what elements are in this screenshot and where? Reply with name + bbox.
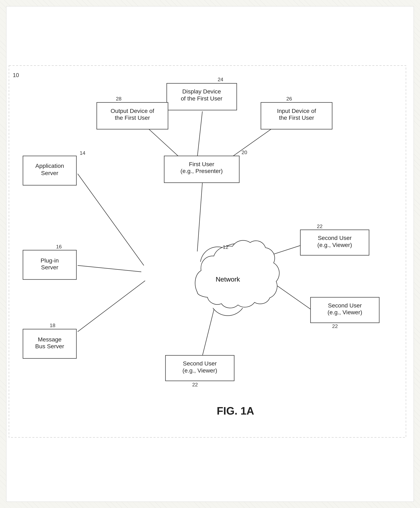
plugin-server-label-line2: Server — [41, 264, 58, 271]
svg-line-9 — [149, 129, 180, 157]
num-14: 14 — [80, 150, 85, 156]
svg-line-10 — [228, 129, 271, 160]
output-device-label-line2: the First User — [115, 114, 150, 121]
second-user-bottom-label-line1: Second User — [183, 360, 217, 367]
num-28: 28 — [116, 96, 122, 102]
num-12: 12 — [223, 244, 228, 250]
display-device-label-line2: of the First User — [181, 95, 222, 102]
figure-label: FIG. 1A — [217, 405, 254, 417]
app-server-label-line2: Server — [41, 170, 58, 176]
second-user-right1-label-line1: Second User — [318, 234, 351, 241]
message-bus-label-line2: Bus Server — [35, 343, 64, 350]
output-device-label-line1: Output Device of — [110, 107, 154, 114]
num-22a: 22 — [317, 224, 323, 229]
plugin-server-label-line1: Plug-in — [41, 257, 59, 264]
svg-line-4 — [197, 183, 203, 252]
input-device-label-line2: the First User — [279, 114, 314, 121]
num-22b: 22 — [332, 323, 338, 329]
input-device-label-line1: Input Device of — [277, 107, 316, 114]
svg-line-8 — [197, 112, 203, 157]
network-cloud: Network Network — [188, 240, 279, 315]
diagram-container: 10 — [6, 6, 414, 502]
num-20: 20 — [242, 149, 247, 155]
num-16: 16 — [56, 244, 62, 249]
second-user-right2-label-line1: Second User — [328, 302, 362, 309]
first-user-label-line2: (e.g., Presenter) — [181, 168, 223, 174]
message-bus-label-line1: Message — [38, 336, 62, 343]
app-server-label-line1: Application — [35, 162, 64, 169]
num-24: 24 — [217, 77, 223, 82]
display-device-label-line1: Display Device — [182, 88, 221, 95]
second-user-right2-label-line2: (e.g., Viewer) — [327, 309, 362, 315]
first-user-label-line1: First User — [189, 161, 214, 167]
num-26: 26 — [286, 96, 292, 102]
second-user-bottom-label-line2: (e.g., Viewer) — [183, 367, 217, 374]
network-label: Network — [216, 276, 240, 283]
svg-line-1 — [78, 174, 144, 266]
second-user-right1-label-line2: (e.g., Viewer) — [317, 242, 352, 248]
figure-number: 10 — [13, 72, 19, 78]
num-18: 18 — [50, 322, 55, 328]
svg-line-2 — [78, 265, 141, 272]
num-22c: 22 — [192, 382, 198, 388]
svg-line-3 — [78, 281, 145, 332]
